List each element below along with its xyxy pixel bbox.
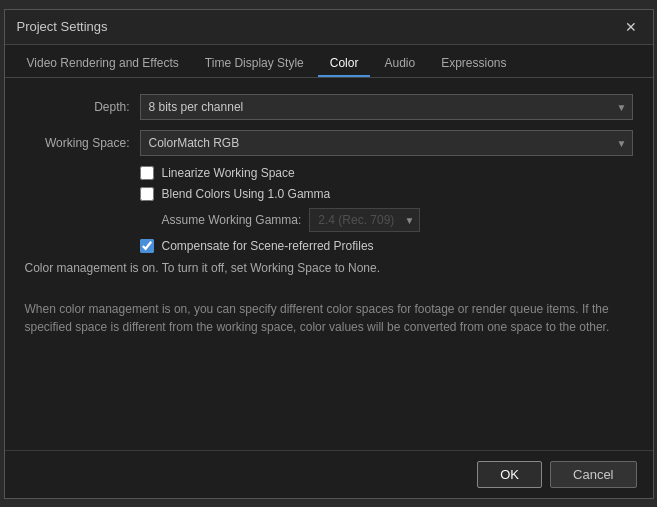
compensate-row: Compensate for Scene-referred Profiles bbox=[140, 239, 633, 253]
blend-colors-checkbox[interactable] bbox=[140, 187, 154, 201]
compensate-label[interactable]: Compensate for Scene-referred Profiles bbox=[162, 239, 374, 253]
close-button[interactable]: ✕ bbox=[621, 18, 641, 36]
tab-content: Depth: 8 bits per channel 16 bits per ch… bbox=[5, 78, 653, 450]
depth-label: Depth: bbox=[25, 100, 130, 114]
depth-row: Depth: 8 bits per channel 16 bits per ch… bbox=[25, 94, 633, 120]
info-text-bottom: When color management is on, you can spe… bbox=[25, 300, 633, 336]
compensate-checkbox[interactable] bbox=[140, 239, 154, 253]
tabs-bar: Video Rendering and Effects Time Display… bbox=[5, 45, 653, 78]
depth-select-wrapper: 8 bits per channel 16 bits per channel 3… bbox=[140, 94, 633, 120]
assume-gamma-select-wrapper: 2.4 (Rec. 709) 1.8 2.2 ▼ bbox=[309, 208, 420, 232]
ok-button[interactable]: OK bbox=[477, 461, 542, 488]
tab-video-rendering[interactable]: Video Rendering and Effects bbox=[15, 51, 191, 77]
project-settings-dialog: Project Settings ✕ Video Rendering and E… bbox=[4, 9, 654, 499]
tab-color[interactable]: Color bbox=[318, 51, 371, 77]
assume-gamma-label: Assume Working Gamma: bbox=[162, 213, 302, 227]
dialog-footer: OK Cancel bbox=[5, 450, 653, 498]
blend-colors-label[interactable]: Blend Colors Using 1.0 Gamma bbox=[162, 187, 331, 201]
assume-gamma-select[interactable]: 2.4 (Rec. 709) 1.8 2.2 bbox=[309, 208, 420, 232]
working-space-select[interactable]: ColorMatch RGB None sRGB Adobe RGB bbox=[140, 130, 633, 156]
tab-audio[interactable]: Audio bbox=[372, 51, 427, 77]
depth-select[interactable]: 8 bits per channel 16 bits per channel 3… bbox=[140, 94, 633, 120]
linearize-checkbox[interactable] bbox=[140, 166, 154, 180]
tab-expressions[interactable]: Expressions bbox=[429, 51, 518, 77]
checkboxes-area: Linearize Working Space Blend Colors Usi… bbox=[140, 166, 633, 253]
title-bar: Project Settings ✕ bbox=[5, 10, 653, 45]
tab-time-display[interactable]: Time Display Style bbox=[193, 51, 316, 77]
assume-gamma-row: Assume Working Gamma: 2.4 (Rec. 709) 1.8… bbox=[140, 208, 633, 232]
linearize-row: Linearize Working Space bbox=[140, 166, 633, 180]
working-space-label: Working Space: bbox=[25, 136, 130, 150]
working-space-row: Working Space: ColorMatch RGB None sRGB … bbox=[25, 130, 633, 156]
blend-colors-row: Blend Colors Using 1.0 Gamma bbox=[140, 187, 633, 201]
working-space-select-wrapper: ColorMatch RGB None sRGB Adobe RGB ▼ bbox=[140, 130, 633, 156]
info-text-top: Color management is on. To turn it off, … bbox=[25, 260, 633, 277]
cancel-button[interactable]: Cancel bbox=[550, 461, 636, 488]
linearize-label[interactable]: Linearize Working Space bbox=[162, 166, 295, 180]
dialog-title: Project Settings bbox=[17, 19, 108, 34]
